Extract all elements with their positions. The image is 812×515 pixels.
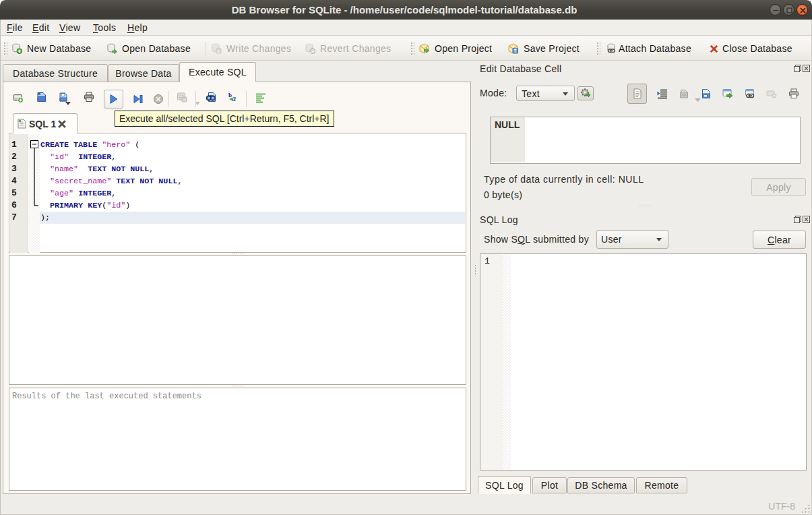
- svg-text:a: a: [232, 94, 236, 102]
